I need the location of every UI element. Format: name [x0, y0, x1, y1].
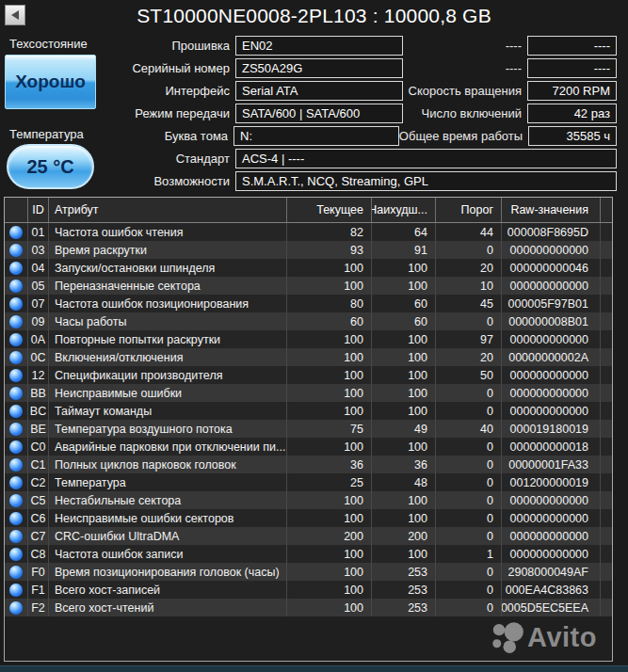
smart-attribute-row[interactable]: C1 Полных циклов парковок головок 36 36 …: [5, 456, 612, 473]
cell-id: F0: [28, 563, 49, 581]
cell-raw-value: 000019180019: [502, 420, 601, 438]
cell-threshold: 50: [436, 366, 502, 384]
cell-current: 100: [287, 366, 372, 384]
cell-threshold: 0: [436, 491, 502, 509]
cell-threshold: 0: [436, 241, 502, 259]
field-value-box: SATA/600 | SATA/600: [235, 104, 403, 123]
cell-current: 200: [287, 527, 372, 545]
smart-attribute-row[interactable]: 05 Переназначенные сектора 100 100 10 00…: [5, 277, 612, 295]
cell-raw-value: 000000000000: [502, 277, 601, 295]
field-label: Возможности: [98, 174, 235, 188]
smart-attribute-row[interactable]: C6 Неисправимые ошибки секторов 100 100 …: [5, 509, 612, 527]
status-ok-icon: [9, 262, 23, 275]
status-ok-icon: [9, 333, 23, 346]
smart-attribute-row[interactable]: 0C Включения/отключения 100 100 20 00000…: [5, 348, 612, 366]
cell-worst: 100: [372, 491, 436, 509]
field-value-right: 35585 ч: [566, 129, 610, 143]
info-field-row: Стандарт ACS-4 | ----: [0, 147, 617, 169]
drive-title: ST10000NE0008-2PL103 : 10000,8 GB: [0, 5, 628, 27]
avito-watermark: Avito: [491, 621, 597, 653]
cell-attribute: Таймаут команды: [49, 402, 287, 420]
cell-worst: 48: [372, 473, 436, 491]
bottom-accent-bar: [0, 665, 628, 672]
cell-raw-value: 0005D5EC5EEA: [502, 599, 601, 616]
smart-attribute-row[interactable]: 01 Частота ошибок чтения 82 64 44 000008…: [5, 223, 612, 241]
cell-id: 0C: [28, 348, 49, 366]
cell-current: 100: [287, 563, 372, 581]
smart-attribute-row[interactable]: BC Таймаут команды 100 100 0 00000000000…: [5, 402, 612, 420]
smart-attribute-row[interactable]: C2 Температура 25 48 0 001200000019: [5, 473, 612, 491]
status-ok-icon: [9, 530, 23, 543]
field-value-box-right: 35585 ч: [528, 126, 617, 146]
smart-attribute-row[interactable]: F2 Всего хост-чтений 100 253 0 0005D5EC5…: [5, 599, 612, 616]
cell-threshold: 0: [436, 563, 502, 581]
cell-worst: 100: [372, 384, 436, 402]
cell-raw-value: 000000000000: [502, 527, 601, 545]
smart-attribute-row[interactable]: 03 Время раскрутки 93 91 0 000000000000: [5, 241, 612, 259]
smart-attribute-row[interactable]: C7 CRC-ошибки UltraDMA 200 200 0 0000000…: [5, 527, 612, 545]
smart-attribute-row[interactable]: C0 Аварийные парковки при отключении пи.…: [5, 438, 612, 456]
cell-id: C0: [28, 438, 49, 456]
cell-attribute: Включения/отключения: [49, 348, 287, 366]
cell-attribute: Полных циклов парковок головок: [49, 456, 287, 473]
cell-id: C8: [28, 545, 49, 563]
smart-attribute-row[interactable]: 0A Повторные попытки раскрутки 100 100 9…: [5, 330, 612, 348]
cell-attribute: Нестабильные сектора: [49, 491, 287, 509]
status-ok-icon: [9, 423, 23, 436]
status-ok-icon: [9, 476, 23, 489]
cell-current: 75: [287, 420, 372, 438]
cell-worst: 253: [372, 581, 436, 599]
status-indicator-cell: [5, 402, 28, 420]
cell-raw-value: 2908000049AF: [502, 563, 601, 581]
status-ok-icon: [9, 584, 23, 597]
cell-id: C7: [28, 527, 49, 545]
field-label: Режим передачи: [98, 106, 235, 120]
cell-current: 82: [287, 223, 372, 241]
status-indicator-cell: [5, 473, 28, 491]
cell-raw-value: 00000001FA33: [502, 456, 601, 473]
field-value: ZS50A29G: [242, 61, 302, 75]
field-label: Прошивка: [98, 39, 235, 53]
cell-worst: 49: [372, 420, 436, 438]
smart-attribute-row[interactable]: F1 Всего хост-записей 100 253 0 000EA4C8…: [5, 581, 612, 599]
cell-current: 100: [287, 438, 372, 456]
smart-attribute-row[interactable]: 04 Запуски/остановки шпинделя 100 100 20…: [5, 259, 612, 277]
smart-attribute-row[interactable]: BE Температура воздушного потока 75 49 4…: [5, 420, 612, 438]
smart-attribute-row[interactable]: BB Неисправимые ошибки 100 100 0 0000000…: [5, 384, 612, 402]
cell-current: 100: [287, 384, 372, 402]
smart-attributes-panel: ID Атрибут Текущее Наихудш... Порог Raw-…: [4, 197, 613, 662]
cell-raw-value: 000EA4C83863: [502, 581, 601, 599]
status-indicator-cell: [5, 241, 28, 259]
cell-raw-value: 000000000018: [502, 438, 601, 456]
status-ok-icon: [9, 351, 23, 364]
table-body: 01 Частота ошибок чтения 82 64 44 000008…: [5, 223, 612, 616]
field-label-right: Общее время работы: [399, 129, 528, 143]
smart-attribute-row[interactable]: F0 Время позиционирования головок (часы)…: [5, 563, 612, 581]
cell-attribute: Спецификации производителя: [49, 366, 287, 384]
status-ok-icon: [9, 226, 23, 239]
status-indicator-cell: [5, 545, 28, 563]
cell-worst: 100: [372, 366, 436, 384]
cell-id: 0A: [28, 330, 49, 348]
smart-attribute-row[interactable]: C8 Частота ошибок записи 100 100 1 00000…: [5, 545, 612, 563]
cell-worst: 100: [372, 277, 436, 295]
status-indicator-cell: [5, 581, 28, 599]
status-indicator-cell: [5, 348, 28, 366]
info-field-row: Серийный номер ZS50A29G ---- ----: [0, 56, 617, 79]
cell-attribute: Температура: [49, 473, 287, 491]
status-ok-icon: [9, 601, 23, 615]
field-value-right: ----: [594, 61, 610, 75]
status-indicator-cell: [5, 599, 28, 616]
cell-raw-value: 000005F97B01: [502, 295, 601, 312]
cell-threshold: 45: [436, 295, 502, 312]
smart-attribute-row[interactable]: C5 Нестабильные сектора 100 100 0 000000…: [5, 491, 612, 509]
cell-attribute: Неисправимые ошибки: [49, 384, 287, 402]
smart-attribute-row[interactable]: 07 Частота ошибок позиционирования 80 60…: [5, 295, 612, 312]
smart-attribute-row[interactable]: 09 Часы работы 60 60 0 000000008B01: [5, 312, 612, 330]
cell-worst: 100: [372, 509, 436, 527]
field-label: Буква тома: [98, 129, 233, 143]
info-field-row: Режим передачи SATA/600 | SATA/600 Число…: [0, 102, 617, 124]
smart-attribute-row[interactable]: 12 Спецификации производителя 100 100 50…: [5, 366, 612, 384]
field-label: Серийный номер: [98, 61, 235, 75]
info-field-row: Буква тома N: Общее время работы 35585 ч: [0, 124, 617, 147]
